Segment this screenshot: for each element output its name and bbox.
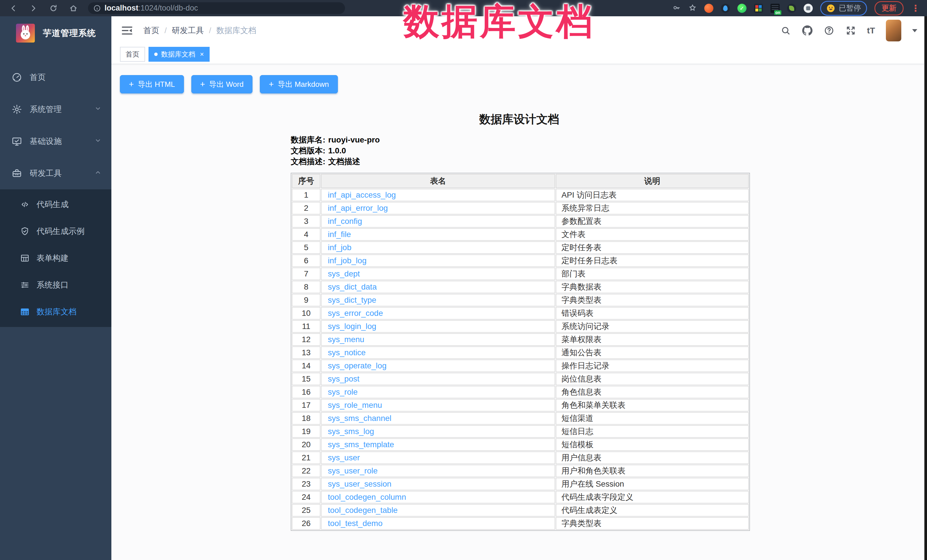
tag-label: 首页	[126, 50, 139, 59]
table-name-link[interactable]: inf_job	[328, 243, 351, 252]
table-desc-cell: 字典类型表	[556, 517, 749, 530]
extension-icon[interactable]: on	[770, 4, 780, 13]
sidebar-item-label: 代码生成	[36, 199, 68, 210]
star-icon[interactable]	[688, 3, 697, 13]
table-name-link[interactable]: sys_post	[328, 374, 360, 383]
table-name-link[interactable]: sys_dict_data	[328, 282, 377, 291]
update-button[interactable]: 更新	[874, 1, 904, 15]
table-desc-cell: API 访问日志表	[556, 189, 749, 201]
table-name-link[interactable]: sys_role	[328, 387, 357, 396]
table-row: 8sys_dict_data字典数据表	[292, 281, 749, 293]
sidebar-item-devtool[interactable]: 研发工具	[0, 157, 111, 189]
table-name-link[interactable]: sys_menu	[328, 335, 365, 344]
table-name-cell: sys_dept	[321, 267, 555, 280]
avatar[interactable]	[886, 20, 901, 41]
extension-icon[interactable]: ✓	[737, 4, 746, 13]
browser-menu-icon[interactable]: ⋮	[911, 4, 920, 13]
row-index: 3	[292, 215, 321, 228]
table-name-link[interactable]: sys_user	[328, 453, 360, 462]
tag-active[interactable]: 数据库文档×	[149, 47, 210, 62]
key-icon[interactable]	[672, 3, 681, 13]
table-name-link[interactable]: sys_operate_log	[328, 361, 386, 370]
font-size-icon[interactable]: tT	[867, 26, 875, 35]
back-icon[interactable]	[9, 4, 18, 12]
table-name-link[interactable]: sys_user_session	[328, 480, 392, 488]
sidebar-item-codegen[interactable]: 代码生成	[0, 191, 111, 218]
refresh-icon[interactable]	[49, 4, 58, 12]
monitor-icon	[11, 136, 22, 147]
table-name-link[interactable]: sys_login_log	[328, 322, 376, 331]
table-name-link[interactable]: sys_error_code	[328, 309, 383, 317]
dashboard-icon	[11, 72, 22, 83]
sidebar-item-system[interactable]: 系统管理	[0, 93, 111, 125]
table-name-link[interactable]: inf_config	[328, 217, 362, 226]
chevron-down-icon[interactable]	[912, 29, 917, 32]
tables-overview-table: 序号表名说明 1inf_api_access_logAPI 访问日志表2inf_…	[291, 173, 750, 531]
table-name-link[interactable]: sys_sms_channel	[328, 414, 392, 423]
export-button[interactable]: +导出 Word	[191, 75, 252, 93]
forward-icon[interactable]	[29, 4, 38, 12]
meta-row: 数据库名:ruoyi-vue-pro	[291, 135, 748, 145]
table-name-link[interactable]: sys_user_role	[328, 466, 378, 475]
table-name-link[interactable]: sys_dept	[328, 269, 360, 278]
table-desc-cell: 系统异常日志	[556, 202, 749, 214]
table-name-link[interactable]: sys_sms_template	[328, 440, 394, 449]
help-icon[interactable]	[824, 25, 834, 36]
extension-icon[interactable]	[754, 4, 763, 13]
breadcrumb-item[interactable]: 研发工具	[172, 25, 204, 36]
app: 芋道管理系统 首页系统管理基础设施研发工具代码生成代码生成示例表单构建系统接口数…	[0, 16, 927, 560]
extension-icon[interactable]	[787, 4, 796, 13]
table-row: 25tool_codegen_table代码生成表定义	[292, 504, 749, 517]
table-name-cell: inf_file	[321, 228, 555, 241]
table-name-link[interactable]: sys_dict_type	[328, 296, 376, 304]
fullscreen-icon[interactable]	[845, 25, 856, 36]
table-name-link[interactable]: tool_codegen_table	[328, 506, 398, 514]
meta-value: 文档描述	[328, 156, 360, 167]
row-index: 6	[292, 255, 321, 267]
sidebar-item-db-doc[interactable]: 数据库文档	[0, 298, 111, 325]
table-desc-cell: 代码生成表定义	[556, 504, 749, 517]
table-name-link[interactable]: inf_api_error_log	[328, 203, 388, 212]
close-icon[interactable]: ×	[200, 51, 204, 58]
sidebar-item-form-builder[interactable]: 表单构建	[0, 245, 111, 272]
sidebar-item-system-api[interactable]: 系统接口	[0, 272, 111, 298]
table-name-link[interactable]: inf_api_access_log	[328, 190, 396, 199]
export-button[interactable]: +导出 HTML	[120, 75, 184, 93]
table-name-cell: tool_test_demo	[321, 517, 555, 530]
export-button[interactable]: +导出 Markdown	[260, 75, 338, 93]
row-index: 8	[292, 281, 321, 293]
table-desc-cell: 菜单权限表	[556, 333, 749, 346]
table-row: 6inf_job_log定时任务日志表	[292, 255, 749, 267]
github-icon[interactable]	[802, 25, 813, 36]
tag-inactive[interactable]: 首页	[120, 47, 145, 62]
sidebar-item-codegen-demo[interactable]: 代码生成示例	[0, 218, 111, 245]
table-name-link[interactable]: sys_role_menu	[328, 401, 382, 410]
table-name-link[interactable]: sys_notice	[328, 348, 366, 357]
info-icon[interactable]	[93, 4, 101, 12]
extension-icon[interactable]	[721, 4, 730, 13]
table-desc-cell: 短信渠道	[556, 412, 749, 425]
home-icon[interactable]	[69, 4, 78, 12]
breadcrumb-item[interactable]: 首页	[143, 25, 160, 36]
address-bar[interactable]: localhost:1024/tool/db-doc	[88, 2, 345, 14]
sidebar-collapse-icon[interactable]	[121, 24, 133, 36]
table-body: 1inf_api_access_logAPI 访问日志表2inf_api_err…	[292, 189, 749, 530]
extension-icon[interactable]	[704, 4, 713, 13]
search-icon[interactable]	[780, 25, 791, 36]
sidebar-item-home[interactable]: 首页	[0, 61, 111, 93]
extension-puzzle-icon[interactable]	[804, 4, 813, 13]
paused-extension-chip[interactable]: 已暂停	[820, 1, 867, 16]
meta-value: 1.0.0	[328, 145, 346, 156]
table-name-link[interactable]: tool_test_demo	[328, 519, 382, 528]
plus-icon: +	[129, 80, 134, 88]
table-name-cell: sys_operate_log	[321, 360, 555, 372]
gear-icon	[11, 104, 22, 115]
form-icon	[20, 253, 30, 263]
sidebar-item-infra[interactable]: 基础设施	[0, 125, 111, 157]
table-name-link[interactable]: sys_sms_log	[328, 427, 374, 436]
app-logo-row[interactable]: 芋道管理系统	[0, 16, 111, 50]
table-name-link[interactable]: inf_job_log	[328, 256, 366, 265]
table-name-cell: sys_sms_template	[321, 439, 555, 451]
table-name-link[interactable]: inf_file	[328, 230, 351, 239]
table-name-link[interactable]: tool_codegen_column	[328, 493, 406, 501]
